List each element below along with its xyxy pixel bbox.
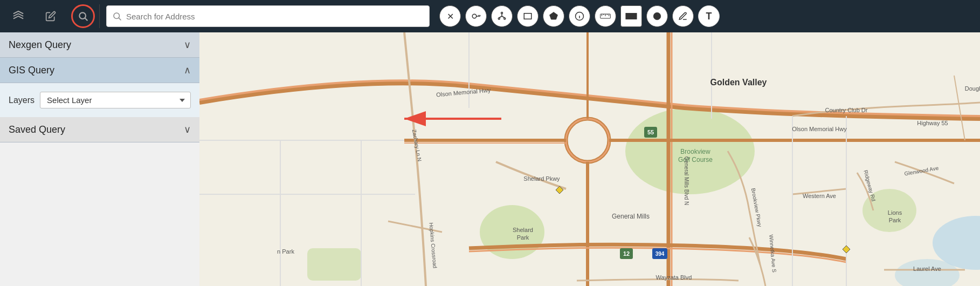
- search-bar-icon: [112, 11, 122, 21]
- nexgen-query-label: Nexgen Query: [9, 39, 71, 51]
- shelard-park-label: Shelard: [513, 227, 533, 233]
- svg-line-13: [502, 16, 505, 18]
- text-tool-btn[interactable]: T: [698, 5, 720, 27]
- shelard-park2-label: Park: [517, 234, 529, 241]
- rectangle-tool-btn[interactable]: [517, 5, 539, 27]
- lions-park-label: Lions: [888, 209, 902, 216]
- hierarchy-tool-btn[interactable]: [491, 5, 513, 27]
- brookview-label: Brookview: [680, 148, 710, 155]
- wayzata-label: Wayzata Blvd: [656, 274, 692, 281]
- measure-tool-btn[interactable]: [595, 5, 616, 27]
- search-bar: [106, 5, 430, 27]
- clear-tool-btn[interactable]: ✕: [439, 5, 461, 27]
- rect2-tool-btn[interactable]: [620, 5, 642, 27]
- layer-row: Layers Select Layer: [9, 92, 191, 108]
- golf-course-label: Golf Course: [678, 156, 713, 164]
- svg-rect-30: [307, 248, 361, 281]
- layer-select[interactable]: Select Layer: [40, 92, 191, 108]
- svg-point-10: [504, 18, 506, 19]
- olson-memorial2-label: Olson Memorial Hwy: [792, 126, 847, 132]
- general-mills-label: General Mills: [612, 213, 650, 220]
- saved-query-header[interactable]: Saved Query ∨: [0, 117, 199, 142]
- edit-icon-btn[interactable]: [39, 4, 63, 28]
- park-label: n Park: [277, 248, 294, 255]
- laurel-label: Laurel Ave: [913, 265, 941, 272]
- toolbar: ✕: [0, 0, 980, 32]
- saved-query-label: Saved Query: [9, 124, 65, 135]
- general-mills-blvd-label: General Mills Blvd N: [684, 156, 689, 206]
- gis-query-chevron: ∧: [184, 64, 191, 76]
- key-tool-btn[interactable]: [465, 5, 487, 27]
- search-icon-btn[interactable]: [71, 4, 95, 28]
- sidebar: Nexgen Query ∨ GIS Query ∧ Layers Select…: [0, 32, 199, 286]
- svg-line-1: [85, 18, 88, 21]
- western-ave-label: Western Ave: [803, 193, 836, 199]
- circle-tool-btn[interactable]: [646, 5, 668, 27]
- svg-rect-14: [524, 13, 532, 19]
- golden-valley-label: Golden Valley: [710, 78, 767, 87]
- saved-query-chevron: ∨: [184, 124, 191, 135]
- main-content: Nexgen Query ∨ GIS Query ∧ Layers Select…: [0, 32, 980, 286]
- svg-text:394: 394: [655, 251, 665, 257]
- svg-rect-25: [626, 13, 637, 19]
- svg-line-3: [119, 18, 121, 20]
- country-club-label: Country Club Dr: [825, 107, 868, 113]
- svg-text:55: 55: [647, 129, 654, 135]
- svg-marker-15: [550, 12, 558, 20]
- svg-point-8: [501, 12, 503, 14]
- shelard-pkwy-label: Shelard Pkwy: [523, 175, 560, 182]
- gis-query-body: Layers Select Layer: [0, 83, 199, 117]
- svg-line-12: [499, 16, 502, 18]
- svg-point-9: [498, 18, 500, 19]
- nexgen-query-header[interactable]: Nexgen Query ∨: [0, 32, 199, 58]
- svg-point-4: [472, 14, 477, 18]
- map-area[interactable]: 55 394 12 Golden Valley Olson Memorial H…: [199, 32, 980, 286]
- lions-park2-label: Park: [889, 217, 901, 223]
- address-search-input[interactable]: [126, 12, 424, 21]
- douglas-label: Douglas: [965, 85, 980, 92]
- svg-text:12: 12: [623, 250, 630, 257]
- layers-icon-btn[interactable]: [6, 4, 30, 28]
- layers-label: Layers: [9, 96, 34, 105]
- svg-point-2: [114, 13, 120, 19]
- gis-query-header[interactable]: GIS Query ∧: [0, 58, 199, 83]
- pentagon-tool-btn[interactable]: [543, 5, 564, 27]
- draw-tool-btn[interactable]: [672, 5, 694, 27]
- gis-query-label: GIS Query: [9, 65, 54, 76]
- svg-point-26: [653, 12, 661, 20]
- highway55-label: Highway 55: [917, 120, 948, 126]
- info-tool-btn[interactable]: [569, 5, 590, 27]
- svg-point-0: [79, 12, 86, 19]
- map-svg: 55 394 12 Golden Valley Olson Memorial H…: [199, 32, 980, 286]
- nexgen-query-chevron: ∨: [184, 39, 191, 51]
